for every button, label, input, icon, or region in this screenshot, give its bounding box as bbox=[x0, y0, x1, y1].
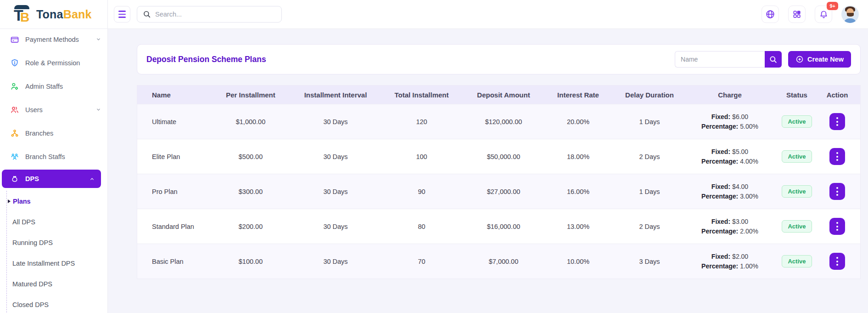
charge-percentage-line: Percentage:2.00% bbox=[701, 227, 758, 236]
hierarchy-icon bbox=[10, 129, 19, 138]
interest-rate-cell: 13.00% bbox=[538, 209, 618, 244]
sidebar-toggle-button[interactable] bbox=[114, 6, 130, 23]
table-body: Ultimate $1,000.00 30 Days 120 $120,000.… bbox=[137, 104, 860, 279]
column-header-per-installment: Per Installment bbox=[205, 85, 297, 104]
topbar-actions: 9+ bbox=[762, 6, 859, 23]
name-filter-input[interactable] bbox=[675, 51, 765, 68]
user-avatar[interactable] bbox=[841, 6, 859, 23]
user-gear-icon bbox=[10, 82, 19, 91]
per-installment-cell: $300.00 bbox=[205, 174, 297, 209]
status-badge: Active bbox=[782, 150, 812, 163]
row-actions-button[interactable] bbox=[829, 183, 845, 200]
notifications-button[interactable]: 9+ bbox=[815, 6, 832, 23]
sidebar-item-label: Branches bbox=[25, 130, 53, 137]
status-badge: Active bbox=[782, 185, 812, 198]
column-header-delay-duration: Delay Duration bbox=[618, 85, 681, 104]
charge-cell: Fixed:$3.00 Percentage:2.00% bbox=[681, 209, 778, 244]
delay-duration-cell: 1 Days bbox=[618, 174, 681, 209]
action-cell bbox=[815, 104, 859, 139]
per-installment-cell: $200.00 bbox=[205, 209, 297, 244]
ellipsis-vertical-icon bbox=[836, 257, 838, 259]
submenu-item-late-installment-dps[interactable]: Late Installment DPS bbox=[7, 253, 107, 273]
language-button[interactable] bbox=[762, 6, 779, 23]
submenu-item-plans[interactable]: Plans bbox=[7, 191, 107, 211]
interest-rate-cell: 10.00% bbox=[538, 244, 618, 279]
status-cell: Active bbox=[778, 139, 815, 174]
sidebar-item-users[interactable]: Users bbox=[0, 98, 107, 121]
brand-logo[interactable]: TB TonaBank bbox=[0, 0, 108, 28]
table-row: Standard Plan $200.00 30 Days 80 $16,000… bbox=[137, 209, 860, 244]
row-actions-button[interactable] bbox=[829, 253, 845, 270]
sidebar-item-admin-staffs[interactable]: Admin Staffs bbox=[0, 74, 107, 98]
sidebar-item-role-permission[interactable]: Role & Permission bbox=[0, 51, 107, 74]
deposit-amount-cell: $50,000.00 bbox=[469, 139, 538, 174]
ellipsis-vertical-icon bbox=[836, 187, 838, 189]
charge-percentage-line: Percentage:3.00% bbox=[701, 192, 758, 201]
brand-name: TonaBank bbox=[36, 8, 92, 21]
sidebar-top-mask bbox=[0, 29, 107, 36]
charge-fixed-line: Fixed:$4.00 bbox=[711, 182, 748, 192]
chevron-down-icon bbox=[96, 37, 101, 42]
status-cell: Active bbox=[778, 174, 815, 209]
plan-name-cell: Ultimate bbox=[137, 104, 205, 139]
team-icon bbox=[10, 152, 19, 161]
total-installment-cell: 80 bbox=[375, 209, 469, 244]
total-installment-cell: 70 bbox=[375, 244, 469, 279]
sidebar-item-label: Role & Permission bbox=[25, 59, 80, 67]
status-badge: Active bbox=[782, 115, 812, 128]
charge-cell: Fixed:$6.00 Percentage:5.00% bbox=[681, 104, 778, 139]
submenu-item-running-dps[interactable]: Running DPS bbox=[7, 232, 107, 253]
installment-interval-cell: 30 Days bbox=[297, 104, 375, 139]
filter-search-button[interactable] bbox=[765, 51, 782, 68]
header-controls: Create New bbox=[675, 51, 851, 68]
delay-duration-cell: 1 Days bbox=[618, 104, 681, 139]
row-actions-button[interactable] bbox=[829, 113, 845, 130]
row-actions-button[interactable] bbox=[829, 148, 845, 165]
installment-interval-cell: 30 Days bbox=[297, 244, 375, 279]
per-installment-cell: $500.00 bbox=[205, 139, 297, 174]
globe-icon bbox=[765, 9, 775, 19]
sidebar-item-dps[interactable]: DPS bbox=[2, 170, 101, 188]
column-header-total-installment: Total Installment bbox=[375, 85, 469, 104]
bell-icon bbox=[819, 10, 829, 19]
sidebar-item-branches[interactable]: Branches bbox=[0, 121, 107, 145]
table-row: Ultimate $1,000.00 30 Days 120 $120,000.… bbox=[137, 104, 860, 139]
topbar: TB TonaBank 9+ bbox=[0, 0, 868, 29]
interest-rate-cell: 16.00% bbox=[538, 174, 618, 209]
plan-name-cell: Standard Plan bbox=[137, 209, 205, 244]
chevron-down-icon bbox=[96, 107, 101, 112]
charge-fixed-line: Fixed:$3.00 bbox=[711, 217, 748, 227]
column-header-deposit-amount: Deposit Amount bbox=[469, 85, 538, 104]
ellipsis-vertical-icon bbox=[836, 152, 838, 154]
submenu-item-closed-dps[interactable]: Closed DPS bbox=[7, 294, 107, 313]
submenu-item-label: Running DPS bbox=[12, 239, 53, 246]
status-cell: Active bbox=[778, 244, 815, 279]
submenu-item-matured-dps[interactable]: Matured DPS bbox=[7, 273, 107, 294]
charge-cell: Fixed:$2.00 Percentage:1.00% bbox=[681, 244, 778, 279]
charge-percentage-line: Percentage:5.00% bbox=[701, 122, 758, 131]
column-header-status: Status bbox=[778, 85, 815, 104]
money-bag-icon bbox=[10, 174, 19, 183]
row-actions-button[interactable] bbox=[829, 218, 845, 235]
deposit-amount-cell: $16,000.00 bbox=[469, 209, 538, 244]
interest-rate-cell: 18.00% bbox=[538, 139, 618, 174]
brand-logo-icon: TB bbox=[13, 4, 32, 24]
global-search-input[interactable] bbox=[155, 11, 276, 18]
apps-grid-icon bbox=[792, 10, 801, 19]
table-header-row: Name Per Installment Installment Interva… bbox=[137, 85, 860, 104]
action-cell bbox=[815, 139, 859, 174]
sidebar-item-label: Payment Methods bbox=[25, 36, 79, 43]
interest-rate-cell: 20.00% bbox=[538, 104, 618, 139]
create-new-button[interactable]: Create New bbox=[788, 51, 851, 68]
action-cell bbox=[815, 209, 859, 244]
apps-menu-button[interactable] bbox=[788, 6, 806, 23]
dps-submenu: Plans All DPS Running DPS Late Installme… bbox=[6, 191, 107, 313]
plans-table: Name Per Installment Installment Interva… bbox=[137, 85, 861, 279]
global-search bbox=[137, 6, 282, 23]
submenu-item-label: Plans bbox=[13, 198, 31, 205]
sidebar-item-branch-staffs[interactable]: Branch Staffs bbox=[0, 145, 107, 168]
search-icon bbox=[769, 55, 778, 64]
submenu-item-all-dps[interactable]: All DPS bbox=[7, 211, 107, 232]
charge-percentage-line: Percentage:4.00% bbox=[701, 157, 758, 166]
charge-fixed-line: Fixed:$5.00 bbox=[711, 147, 748, 157]
